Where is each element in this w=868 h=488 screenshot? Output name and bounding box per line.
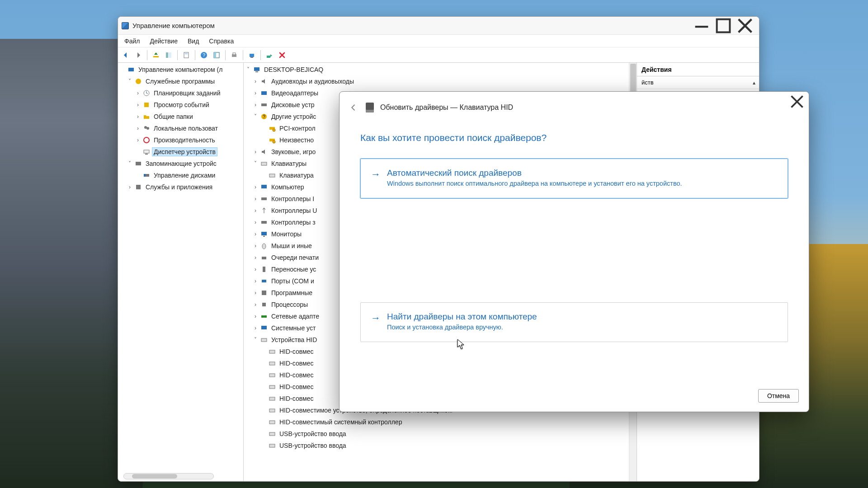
cancel-button[interactable]: Отмена [758, 389, 799, 403]
option-desc: Поиск и установка драйвера вручную. [387, 324, 537, 331]
svg-rect-11 [233, 53, 236, 55]
dialog-buttons: Отмена [758, 389, 799, 403]
tree-shared-folders[interactable]: ›Общие папки [118, 111, 243, 122]
tree-event-viewer[interactable]: ›Просмотр событий [118, 99, 243, 111]
left-pane-h-scrollbar[interactable] [123, 473, 214, 479]
svg-rect-12 [250, 54, 254, 57]
svg-rect-58 [269, 397, 275, 400]
separator [195, 50, 195, 60]
svg-rect-55 [269, 362, 275, 365]
svg-rect-28 [254, 67, 259, 71]
svg-rect-1 [717, 19, 730, 32]
svg-rect-44 [263, 236, 265, 237]
tree-performance[interactable]: ›Производительность [118, 134, 243, 146]
maximize-button[interactable] [713, 19, 734, 33]
enable-device-button[interactable] [264, 49, 275, 61]
arrow-right-icon: → [371, 168, 381, 180]
svg-rect-27 [136, 185, 141, 189]
tree-task-scheduler[interactable]: ›Планировщик заданий [118, 87, 243, 99]
tree-root[interactable]: Управление компьютером (л [118, 64, 243, 75]
uninstall-device-button[interactable] [276, 49, 288, 61]
menu-file[interactable]: Файл [120, 37, 144, 46]
dev-hid-item[interactable]: HID-совместимый системный контроллер [244, 416, 637, 428]
actions-category[interactable]: йств ▴ [637, 76, 759, 89]
tree-local-users[interactable]: ›Локальные пользоват [118, 122, 243, 134]
svg-point-35 [273, 129, 275, 131]
device-icon [366, 103, 374, 113]
dialog-options: → Автоматический поиск драйверов Windows… [340, 143, 809, 342]
svg-rect-24 [136, 162, 141, 165]
separator [177, 50, 178, 60]
menubar: Файл Действие Вид Справка [118, 35, 759, 47]
svg-rect-30 [261, 91, 267, 95]
svg-rect-13 [250, 57, 253, 58]
svg-rect-57 [269, 385, 275, 389]
menu-action[interactable]: Действие [145, 37, 182, 46]
svg-rect-59 [269, 409, 275, 412]
svg-point-20 [146, 127, 149, 130]
chevron-up-icon: ▴ [753, 80, 755, 86]
svg-text:?: ? [263, 114, 265, 119]
dialog-close-button[interactable] [788, 94, 806, 109]
svg-rect-46 [262, 257, 266, 259]
svg-point-37 [273, 141, 275, 143]
svg-point-16 [136, 79, 141, 84]
console-tree[interactable]: Управление компьютером (л ˅Служебные про… [118, 63, 243, 194]
svg-rect-49 [262, 291, 266, 295]
close-button[interactable] [735, 19, 755, 33]
svg-rect-4 [184, 52, 189, 58]
minimize-button[interactable] [691, 19, 712, 33]
titlebar[interactable]: Управление компьютером [118, 17, 759, 35]
svg-rect-0 [695, 26, 708, 28]
actions-header: Действия [637, 63, 759, 76]
svg-rect-39 [269, 174, 275, 177]
separator [260, 50, 261, 60]
option-browse-computer[interactable]: → Найти драйверы на этом компьютере Поис… [360, 302, 788, 342]
svg-rect-5 [185, 53, 188, 54]
forward-button[interactable] [132, 49, 144, 61]
scrollbar-thumb[interactable] [132, 474, 177, 479]
svg-rect-51 [261, 315, 267, 318]
tree-system-tools[interactable]: ˅Служебные программы [118, 75, 243, 87]
separator [243, 50, 243, 60]
dev-hid-item[interactable]: USB-устройство ввода [244, 440, 637, 451]
svg-rect-56 [269, 374, 275, 377]
print-button[interactable] [228, 49, 240, 61]
separator [225, 50, 226, 60]
up-button[interactable] [150, 49, 162, 61]
svg-text:?: ? [203, 52, 205, 58]
svg-rect-42 [261, 221, 267, 224]
tree-storage[interactable]: ˅Запоминающие устройс [118, 158, 243, 169]
dev-audio[interactable]: ›Аудиовходы и аудиовыходы [244, 75, 637, 87]
svg-rect-3 [169, 52, 171, 58]
svg-rect-48 [262, 280, 266, 282]
dialog-back-button[interactable] [348, 102, 359, 113]
help-button[interactable]: ? [198, 49, 210, 61]
dialog-title: Обновить драйверы — Клавиатура HID [380, 103, 513, 112]
tree-disk-management[interactable]: Управление дисками [118, 169, 243, 181]
back-button[interactable] [120, 49, 132, 61]
option-auto-search[interactable]: → Автоматический поиск драйверов Windows… [360, 159, 788, 198]
option-title: Найти драйверы на этом компьютере [387, 312, 537, 322]
tree-services-apps[interactable]: ›Службы и приложения [118, 181, 243, 193]
svg-rect-50 [262, 303, 266, 306]
svg-rect-38 [261, 162, 267, 165]
menu-help[interactable]: Справка [204, 37, 238, 46]
toggle-pane-button[interactable] [211, 49, 222, 61]
separator [147, 50, 147, 60]
toolbar: ? [118, 47, 759, 63]
show-hide-tree-button[interactable] [163, 49, 175, 61]
svg-rect-43 [261, 232, 267, 235]
dev-hid-item[interactable]: USB-устройство ввода [244, 428, 637, 440]
app-icon [122, 22, 129, 29]
dev-root[interactable]: ˅DESKTOP-BEJICAQ [244, 64, 637, 75]
scan-hardware-button[interactable] [246, 49, 258, 61]
properties-button[interactable] [180, 49, 192, 61]
svg-rect-60 [269, 421, 275, 424]
svg-rect-26 [144, 174, 146, 177]
desktop-wallpaper: Управление компьютером Файл Действие Вид… [0, 0, 868, 488]
svg-rect-54 [269, 350, 275, 353]
menu-view[interactable]: Вид [183, 37, 203, 46]
option-desc: Windows выполнит поиск оптимального драй… [387, 180, 682, 187]
tree-device-manager[interactable]: Диспетчер устройств [118, 146, 243, 158]
